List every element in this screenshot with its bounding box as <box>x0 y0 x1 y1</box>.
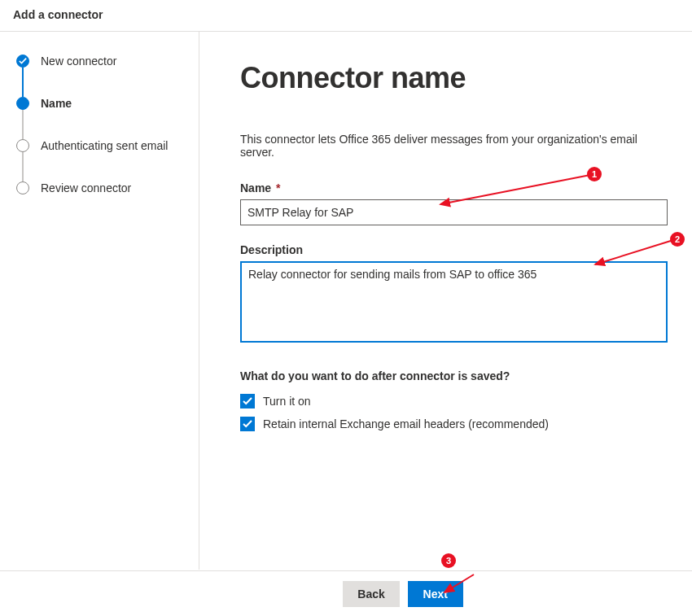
wizard-footer: Back Next <box>0 570 692 616</box>
step-name[interactable]: Name <box>16 97 199 110</box>
step-authenticating[interactable]: Authenticating sent email <box>16 139 199 152</box>
annotation-badge-2: 2 <box>670 232 685 247</box>
name-field: Name * <box>240 181 668 225</box>
step-new-connector[interactable]: New connector <box>16 55 199 68</box>
main-panel: Connector name This connector lets Offic… <box>199 32 692 570</box>
dialog-title: Add a connector <box>13 8 103 21</box>
checkbox-turn-it-on[interactable]: Turn it on <box>240 394 668 408</box>
checkbox-retain-headers[interactable]: Retain internal Exchange email headers (… <box>240 417 668 431</box>
description-textarea[interactable]: Relay connector for sending mails from S… <box>240 261 668 343</box>
dialog-body: New connector Name Authenticating sent e… <box>0 32 692 570</box>
checkmark-icon <box>240 417 255 431</box>
step-label: Review connector <box>41 181 131 194</box>
step-connector-line <box>22 68 24 97</box>
step-review[interactable]: Review connector <box>16 181 199 194</box>
step-label: Authenticating sent email <box>41 139 168 152</box>
description-label: Description <box>240 243 668 256</box>
description-field: Description Relay connector for sending … <box>240 243 668 345</box>
checkbox-label: Retain internal Exchange email headers (… <box>263 417 549 430</box>
wizard-steps: New connector Name Authenticating sent e… <box>16 55 199 194</box>
step-circle-icon <box>16 97 29 110</box>
post-save-question: What do you want to do after connector i… <box>240 369 668 382</box>
required-asterisk: * <box>276 181 280 194</box>
name-label: Name * <box>240 181 668 194</box>
step-label: New connector <box>41 55 116 68</box>
back-button[interactable]: Back <box>343 581 399 607</box>
step-circle-icon <box>16 181 29 194</box>
next-button[interactable]: Next <box>408 581 463 607</box>
checkbox-label: Turn it on <box>263 395 311 408</box>
name-input[interactable] <box>240 199 668 225</box>
checkmark-icon <box>240 394 255 408</box>
intro-text: This connector lets Office 365 deliver m… <box>240 133 668 159</box>
step-connector-line <box>22 152 24 181</box>
dialog-header: Add a connector <box>0 0 692 32</box>
wizard-sidebar: New connector Name Authenticating sent e… <box>0 32 199 570</box>
page-title: Connector name <box>240 61 668 95</box>
name-label-text: Name <box>240 181 271 194</box>
step-label: Name <box>41 97 72 110</box>
step-circle-icon <box>16 139 29 152</box>
annotation-badge-1: 1 <box>587 167 602 181</box>
step-connector-line <box>22 110 24 139</box>
checkmark-icon <box>16 55 29 68</box>
